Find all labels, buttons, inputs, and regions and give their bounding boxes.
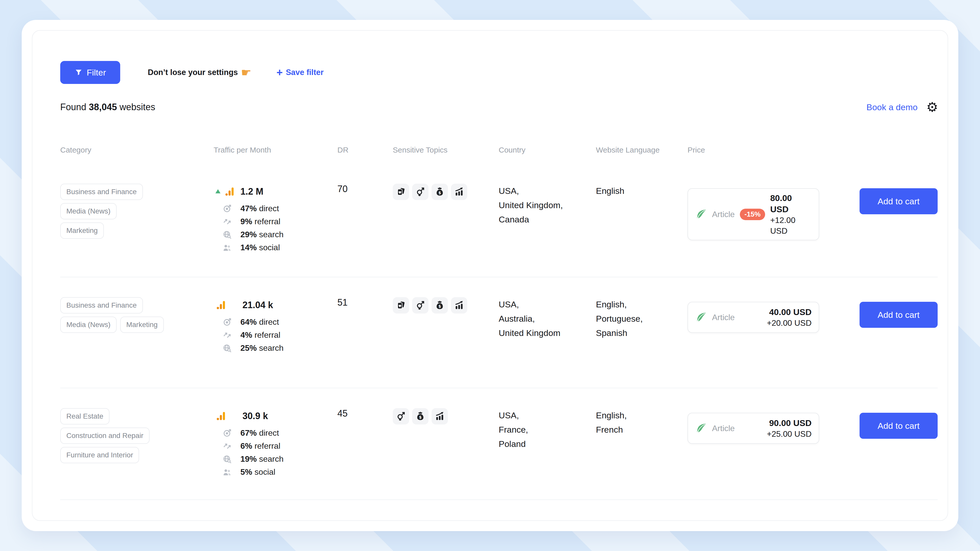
sensitive-topics-cell: $	[393, 277, 499, 388]
svg-text:$: $	[419, 415, 422, 420]
traffic-referral-value: 6% referral	[240, 441, 280, 451]
target-arrow-icon	[223, 429, 232, 438]
summary-row: Found 38,045 websites Book a demo ⚙	[60, 99, 938, 115]
sensitive-topics-cell: $	[393, 164, 499, 277]
price-cell: Article 90.00 USD +25.00 USD	[687, 388, 859, 499]
traffic-breakdown-line: 47% direct	[213, 202, 337, 215]
sensitive-topics-cell: $	[393, 388, 499, 499]
settings-hint-text: Don’t lose your settings	[148, 68, 238, 77]
sensitive-topic-chart-growth	[431, 408, 448, 424]
category-tag-line: Media (News)	[60, 203, 213, 219]
found-count: 38,045	[89, 102, 117, 112]
sensitive-topics-list: $	[393, 297, 499, 313]
sensitive-topic-money-bag: $	[431, 297, 448, 313]
price-extra: +25.00 USD	[767, 429, 811, 439]
traffic-breakdown-line: 6% referral	[213, 440, 337, 453]
language-line: Spanish	[596, 326, 687, 340]
traffic-direct-value: 47% direct	[240, 204, 279, 213]
category-cell: Real EstateConstruction and RepairFurnit…	[60, 388, 213, 499]
traffic-cell: 21.04 k 64% direct4% referral25% search	[213, 277, 337, 388]
toolbar: Filter Don’t lose your settings ☛ + Save…	[60, 61, 325, 84]
discount-badge: -15%	[740, 209, 765, 220]
sensitive-topic-money-bag: $	[431, 184, 448, 200]
traffic-total-line: 1.2 M	[213, 184, 337, 200]
add-to-cart-button[interactable]: Add to cart	[859, 413, 938, 439]
gender-icon	[415, 187, 425, 197]
traffic-total-value: 1.2 M	[240, 186, 263, 197]
price-option[interactable]: Article 40.00 USD +20.00 USD	[687, 302, 819, 333]
category-tag: Media (News)	[60, 203, 117, 219]
category-tag-line: Business and Finance	[60, 184, 213, 200]
traffic-breakdown-line: 4% referral	[213, 329, 337, 341]
analytics-bars-icon	[216, 300, 226, 310]
dr-value: 45	[337, 388, 393, 499]
traffic-search-value: 29% search	[240, 230, 283, 239]
country-line: USA,	[499, 184, 596, 198]
gender-icon	[396, 411, 406, 421]
found-prefix: Found	[60, 102, 86, 112]
price-type-label: Article	[712, 424, 735, 433]
column-header-category: Category	[60, 146, 213, 154]
save-filter-button[interactable]: + Save filter	[275, 67, 325, 78]
sensitive-topic-gender	[412, 184, 428, 200]
chart-growth-icon	[435, 411, 445, 421]
analytics-bars-icon	[224, 186, 235, 197]
price-cell: Article 40.00 USD +20.00 USD	[687, 277, 859, 388]
language-line: English	[596, 184, 687, 198]
language-line: Portuguese,	[596, 311, 687, 326]
action-cell: Add to cart	[859, 277, 938, 388]
traffic-breakdown-line: 14% social	[213, 241, 337, 254]
book-demo-link[interactable]: Book a demo	[865, 102, 919, 113]
traffic-direct-value: 67% direct	[240, 428, 279, 438]
save-filter-label: Save filter	[286, 68, 324, 77]
money-bag-icon: $	[415, 411, 425, 421]
category-tag-line: Business and Finance	[60, 297, 213, 313]
traffic-icons	[213, 411, 242, 421]
country-line: United Kingdom,	[499, 198, 596, 212]
price-amounts: 90.00 USD +25.00 USD	[767, 417, 811, 439]
action-cell: Add to cart	[859, 164, 938, 277]
traffic-search-value: 25% search	[240, 343, 283, 353]
found-suffix: websites	[119, 102, 155, 112]
filter-button[interactable]: Filter	[60, 61, 120, 84]
target-arrow-icon	[223, 318, 232, 327]
country-line: Canada	[499, 212, 596, 227]
traffic-breakdown-line: 19% search	[213, 453, 337, 465]
price-option[interactable]: Article -15% 80.00 USD +12.00 USD	[687, 188, 819, 240]
category-tag: Business and Finance	[60, 184, 143, 200]
add-to-cart-button[interactable]: Add to cart	[859, 188, 938, 214]
main-panel: Filter Don’t lose your settings ☛ + Save…	[22, 20, 958, 531]
chart-growth-icon	[454, 187, 464, 197]
traffic-breakdown-line: 64% direct	[213, 316, 337, 329]
traffic-direct-value: 64% direct	[240, 318, 279, 327]
language-line: English,	[596, 297, 687, 311]
country-line: USA,	[499, 408, 596, 422]
price-extra: +12.00 USD	[770, 215, 811, 236]
column-header-traffic: Traffic per Month	[213, 146, 337, 154]
add-to-cart-button[interactable]: Add to cart	[859, 302, 938, 328]
referral-arrows-icon	[223, 217, 232, 226]
content-card: Filter Don’t lose your settings ☛ + Save…	[32, 30, 948, 521]
price-option[interactable]: Article 90.00 USD +25.00 USD	[687, 413, 819, 444]
gear-icon[interactable]: ⚙	[926, 100, 938, 114]
gender-icon	[415, 300, 425, 310]
traffic-total-line: 21.04 k	[213, 297, 337, 313]
traffic-breakdown: 64% direct4% referral25% search	[213, 316, 337, 354]
country-cell: USA,Australia,United Kingdom	[499, 277, 596, 388]
category-tag-line: Construction and Repair	[60, 427, 213, 444]
price-amount: 80.00 USD	[770, 192, 811, 215]
filter-button-label: Filter	[87, 68, 106, 78]
price-cell: Article -15% 80.00 USD +12.00 USD	[687, 164, 859, 277]
sensitive-topic-chart-growth	[451, 184, 467, 200]
referral-arrows-icon	[223, 330, 232, 340]
language-cell: English	[596, 164, 687, 277]
category-tag: Construction and Repair	[60, 427, 150, 444]
demo-settings-group: Book a demo ⚙	[865, 100, 938, 114]
traffic-search-value: 19% search	[240, 454, 283, 464]
sensitive-topic-money-bag: $	[412, 408, 428, 424]
country-line: USA,	[499, 297, 596, 311]
price-type-label: Article	[712, 210, 735, 219]
price-amount: 40.00 USD	[769, 306, 811, 318]
category-cell: Business and FinanceMedia (News)Marketin…	[60, 164, 213, 277]
country-cell: USA,France,Poland	[499, 388, 596, 499]
